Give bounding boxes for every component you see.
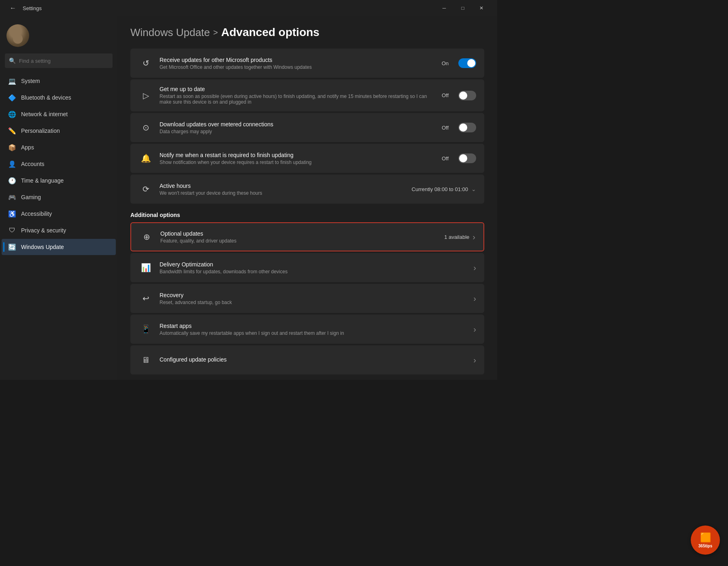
chevron-right-icon: › bbox=[473, 355, 476, 365]
setting-row-restart-notification: 🔔Notify me when a restart is required to… bbox=[130, 144, 484, 173]
metered-connections-desc: Data charges may apply bbox=[160, 129, 435, 134]
recovery-icon: ↩ bbox=[138, 291, 153, 306]
active-hours-desc: We won't restart your device during thes… bbox=[160, 190, 405, 196]
sidebar-item-personalization[interactable]: ✏️Personalization bbox=[2, 123, 116, 139]
get-up-to-date-icon: ▷ bbox=[138, 88, 153, 103]
personalization-icon: ✏️ bbox=[8, 127, 16, 135]
restart-notification-desc: Show notification when your device requi… bbox=[160, 160, 435, 165]
restart-notification-toggle-thumb bbox=[459, 154, 467, 162]
additional-row-optional-updates[interactable]: ⊕Optional updatesFeature, quality, and d… bbox=[130, 222, 484, 251]
optional-updates-desc: Feature, quality, and driver updates bbox=[160, 238, 438, 244]
sidebar-item-windows-update[interactable]: 🔄Windows Update bbox=[2, 239, 116, 255]
metered-connections-toggle-label: Off bbox=[442, 125, 449, 131]
sidebar-item-label-system: System bbox=[21, 78, 40, 84]
chevron-right-icon: › bbox=[473, 294, 476, 303]
sidebar-item-bluetooth[interactable]: 🔷Bluetooth & devices bbox=[2, 89, 116, 106]
network-icon: 🌐 bbox=[8, 110, 16, 118]
restart-apps-title: Restart apps bbox=[160, 323, 467, 329]
additional-row-recovery[interactable]: ↩RecoveryReset, advanced startup, go bac… bbox=[130, 284, 484, 313]
window-controls: ─ □ ✕ bbox=[435, 0, 491, 16]
system-icon: 💻 bbox=[8, 77, 16, 85]
maximize-button[interactable]: □ bbox=[453, 0, 472, 16]
additional-row-restart-apps[interactable]: 📱Restart appsAutomatically save my resta… bbox=[130, 315, 484, 344]
privacy-icon: 🛡 bbox=[8, 226, 16, 234]
settings-list: ↺Receive updates for other Microsoft pro… bbox=[130, 49, 484, 204]
chevron-right-icon: › bbox=[473, 325, 476, 334]
back-button[interactable]: ← bbox=[6, 2, 19, 15]
sidebar-item-label-bluetooth: Bluetooth & devices bbox=[21, 94, 71, 101]
sidebar-item-accounts[interactable]: 👤Accounts bbox=[2, 156, 116, 172]
chevron-down-icon: ⌄ bbox=[471, 186, 476, 192]
microsoft-products-toggle[interactable] bbox=[458, 58, 476, 68]
setting-row-get-up-to-date: ▷Get me up to dateRestart as soon as pos… bbox=[130, 79, 484, 111]
metered-connections-title: Download updates over metered connection… bbox=[160, 121, 435, 128]
restart-apps-icon: 📱 bbox=[138, 322, 153, 336]
sidebar-item-system[interactable]: 💻System bbox=[2, 73, 116, 89]
restart-apps-text: Restart appsAutomatically save my restar… bbox=[160, 323, 467, 336]
recovery-title: Recovery bbox=[160, 292, 467, 298]
metered-connections-text: Download updates over metered connection… bbox=[160, 121, 435, 134]
apps-icon: 📦 bbox=[8, 143, 16, 151]
sidebar-item-gaming[interactable]: 🎮Gaming bbox=[2, 189, 116, 205]
sidebar-item-privacy[interactable]: 🛡Privacy & security bbox=[2, 222, 116, 238]
sidebar-item-label-time: Time & language bbox=[21, 177, 64, 184]
metered-connections-toggle-thumb bbox=[459, 123, 467, 132]
setting-row-metered-connections: ⊙Download updates over metered connectio… bbox=[130, 113, 484, 142]
chevron-right-icon: › bbox=[473, 263, 476, 272]
optional-updates-right: 1 available› bbox=[444, 232, 475, 242]
sidebar-item-label-personalization: Personalization bbox=[21, 128, 60, 134]
recovery-desc: Reset, advanced startup, go back bbox=[160, 300, 467, 305]
chevron-right-icon: › bbox=[473, 232, 475, 242]
restart-notification-toggle-label: Off bbox=[442, 155, 449, 162]
additional-options-label: Additional options bbox=[130, 212, 484, 218]
breadcrumb-parent[interactable]: Windows Update bbox=[130, 26, 210, 39]
get-up-to-date-toggle-label: Off bbox=[442, 92, 449, 98]
breadcrumb: Windows Update > Advanced options bbox=[130, 26, 484, 39]
content-area: 🔍 💻System🔷Bluetooth & devices🌐Network & … bbox=[0, 16, 497, 380]
additional-items-list: ⊕Optional updatesFeature, quality, and d… bbox=[130, 222, 484, 374]
search-icon: 🔍 bbox=[9, 57, 16, 64]
configured-policies-right: › bbox=[473, 355, 476, 365]
restart-notification-icon: 🔔 bbox=[138, 151, 153, 166]
get-up-to-date-text: Get me up to dateRestart as soon as poss… bbox=[160, 86, 435, 105]
sidebar-item-label-apps: Apps bbox=[21, 144, 34, 151]
search-box[interactable]: 🔍 bbox=[5, 53, 113, 68]
sidebar-item-label-accounts: Accounts bbox=[21, 161, 45, 167]
sidebar-item-label-network: Network & internet bbox=[21, 111, 68, 117]
microsoft-products-title: Receive updates for other Microsoft prod… bbox=[160, 57, 435, 63]
minimize-button[interactable]: ─ bbox=[435, 0, 453, 16]
accessibility-icon: ♿ bbox=[8, 210, 16, 218]
sidebar-item-apps[interactable]: 📦Apps bbox=[2, 139, 116, 155]
optional-updates-title: Optional updates bbox=[160, 230, 438, 237]
accounts-icon: 👤 bbox=[8, 160, 16, 168]
microsoft-products-toggle-label: On bbox=[442, 60, 449, 66]
get-up-to-date-toggle[interactable] bbox=[458, 91, 476, 100]
breadcrumb-current: Advanced options bbox=[221, 26, 319, 39]
microsoft-products-desc: Get Microsoft Office and other updates t… bbox=[160, 64, 435, 70]
search-input[interactable] bbox=[19, 58, 109, 64]
active-hours-value[interactable]: Currently 08:00 to 01:00 ⌄ bbox=[412, 186, 476, 192]
additional-row-delivery-optimization[interactable]: 📊Delivery OptimizationBandwidth limits f… bbox=[130, 253, 484, 282]
delivery-optimization-title: Delivery Optimization bbox=[160, 261, 467, 268]
additional-row-configured-policies[interactable]: 🖥Configured update policies› bbox=[130, 345, 484, 374]
sidebar-item-network[interactable]: 🌐Network & internet bbox=[2, 106, 116, 122]
restart-notification-toggle[interactable] bbox=[458, 153, 476, 163]
delivery-optimization-right: › bbox=[473, 263, 476, 272]
avatar bbox=[6, 24, 29, 47]
sidebar-item-label-windows-update: Windows Update bbox=[21, 244, 64, 250]
setting-row-active-hours[interactable]: ⟳Active hoursWe won't restart your devic… bbox=[130, 174, 484, 204]
sidebar: 🔍 💻System🔷Bluetooth & devices🌐Network & … bbox=[0, 16, 117, 380]
restart-apps-right: › bbox=[473, 325, 476, 334]
get-up-to-date-toggle-thumb bbox=[459, 91, 467, 100]
close-button[interactable]: ✕ bbox=[472, 0, 491, 16]
sidebar-item-time[interactable]: 🕐Time & language bbox=[2, 172, 116, 189]
app-title: Settings bbox=[23, 5, 42, 11]
metered-connections-toggle[interactable] bbox=[458, 123, 476, 132]
main-content: Windows Update > Advanced options ↺Recei… bbox=[117, 16, 497, 380]
sidebar-item-accessibility[interactable]: ♿Accessibility bbox=[2, 206, 116, 222]
restart-apps-desc: Automatically save my restartable apps w… bbox=[160, 330, 467, 336]
optional-updates-icon: ⊕ bbox=[139, 230, 154, 244]
delivery-optimization-icon: 📊 bbox=[138, 260, 153, 275]
gaming-icon: 🎮 bbox=[8, 193, 16, 201]
optional-updates-text: Optional updatesFeature, quality, and dr… bbox=[160, 230, 438, 244]
